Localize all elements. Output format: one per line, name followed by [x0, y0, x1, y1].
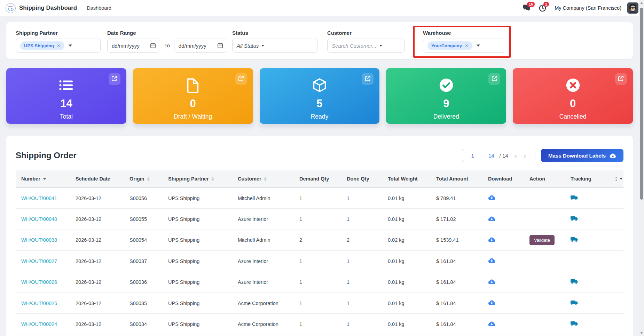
- activities-button[interactable]: 2: [539, 5, 546, 12]
- column-header-demand-qty[interactable]: Demand Qty: [294, 176, 341, 182]
- column-header-shipping-partner[interactable]: Shipping Partner: [163, 176, 232, 182]
- order-link[interactable]: WH/OUT/00041: [21, 195, 57, 201]
- cell-total-amount: $ 161.84: [431, 258, 482, 264]
- cell-download: [482, 321, 524, 328]
- pagination: 1 - 14 / 14 ‹ ›: [462, 149, 535, 162]
- nav-menu-dashboard[interactable]: Dashboard: [87, 5, 111, 11]
- external-link-icon: [491, 75, 498, 83]
- date-to-input[interactable]: dd/mm/yyyy: [174, 39, 227, 53]
- external-link-icon: [618, 75, 624, 83]
- status-select[interactable]: All Status: [232, 39, 317, 53]
- column-header-number[interactable]: Number: [16, 176, 70, 182]
- download-label-icon[interactable]: [488, 195, 495, 200]
- tracking-truck-icon[interactable]: [571, 279, 578, 285]
- order-link[interactable]: WH/OUT/00040: [21, 216, 57, 222]
- order-link[interactable]: WH/OUT/00026: [21, 279, 57, 285]
- page-scrollbar[interactable]: [639, 0, 644, 336]
- cube-icon: [312, 77, 327, 93]
- cell-tracking: [565, 279, 608, 286]
- cell-done-qty: 1: [341, 321, 382, 327]
- download-label-icon[interactable]: [488, 237, 495, 242]
- messages-button[interactable]: 16: [523, 5, 531, 11]
- table-row: WH/OUT/000272026-03-12S00037UPS Shipping…: [16, 251, 623, 272]
- stat-label: Delivered: [433, 113, 459, 120]
- chip-remove-icon[interactable]: ✕: [465, 43, 469, 48]
- table-row: WH/OUT/000242026-03-12S00034UPS Shipping…: [16, 314, 623, 335]
- mass-download-labels-button[interactable]: Mass Download Labels: [541, 149, 623, 162]
- cell-total-amount: $ 161.84: [431, 301, 482, 306]
- tracking-truck-icon[interactable]: [571, 216, 578, 222]
- company-switcher[interactable]: My Company (San Francisco): [555, 5, 621, 11]
- column-header-total-weight[interactable]: Total Weight: [382, 176, 431, 182]
- cell-done-qty: 1: [341, 216, 382, 222]
- column-header-action[interactable]: Action: [524, 176, 565, 182]
- warehouse-chip[interactable]: YourCompany✕: [427, 41, 472, 50]
- stat-card-total[interactable]: 14Total: [6, 68, 126, 124]
- chevron-down-icon: [69, 45, 72, 47]
- open-external-button[interactable]: [488, 73, 500, 85]
- cell-download: [482, 300, 524, 306]
- warehouse-label: Warehouse: [423, 30, 506, 36]
- column-header-origin[interactable]: Origin: [124, 176, 163, 182]
- download-label-icon[interactable]: [488, 279, 495, 285]
- user-avatar[interactable]: [627, 2, 638, 14]
- cell-total-amount: $ 171.02: [431, 216, 482, 222]
- column-header-tracking[interactable]: Tracking: [565, 176, 608, 182]
- filter-date-range: Date Range dd/mm/yyyy To dd/mm/yyyy: [107, 22, 227, 53]
- column-options-button[interactable]: ⋮: [608, 176, 623, 182]
- table-row: WH/OUT/000412026-03-12S00056UPS Shipping…: [16, 188, 623, 209]
- download-label-icon[interactable]: [488, 216, 495, 222]
- scroll-down-icon[interactable]: [640, 332, 643, 334]
- order-link[interactable]: WH/OUT/00024: [21, 321, 57, 327]
- cell-number: WH/OUT/00027: [16, 258, 70, 264]
- chip-remove-icon[interactable]: ✕: [57, 43, 61, 48]
- chevron-down-icon: [620, 178, 622, 180]
- table-row: WH/OUT/000252026-03-12S00035UPS Shipping…: [16, 293, 623, 314]
- open-external-button[interactable]: [235, 73, 247, 85]
- column-header-schedule-date[interactable]: Schedule Date: [70, 176, 124, 182]
- warehouse-select[interactable]: YourCompany✕: [423, 39, 506, 53]
- cell-done-qty: 1: [341, 195, 382, 201]
- open-external-button[interactable]: [615, 73, 627, 85]
- order-link[interactable]: WH/OUT/00025: [21, 301, 57, 306]
- column-header-total-amount[interactable]: Total Amount: [431, 176, 482, 182]
- tracking-truck-icon[interactable]: [571, 300, 578, 306]
- order-link[interactable]: WH/OUT/00038: [21, 237, 57, 243]
- order-link[interactable]: WH/OUT/00027: [21, 258, 57, 264]
- external-link-icon: [111, 75, 118, 83]
- column-header-done-qty[interactable]: Done Qty: [341, 176, 382, 182]
- stat-card-draft-waiting[interactable]: 0Draft / Waiting: [133, 68, 253, 124]
- date-from-input[interactable]: dd/mm/yyyy: [107, 39, 160, 53]
- validate-button[interactable]: Validate: [529, 235, 555, 245]
- cell-origin: S00035: [124, 301, 163, 306]
- check-circle-icon: [439, 77, 454, 93]
- column-header-download[interactable]: Download: [482, 176, 524, 182]
- open-external-button[interactable]: [362, 73, 374, 85]
- shipping-partner-select[interactable]: UPS Shipping✕: [16, 39, 101, 53]
- stat-card-ready[interactable]: 5Ready: [260, 68, 380, 124]
- column-header-customer[interactable]: Customer: [232, 176, 294, 182]
- tracking-truck-icon[interactable]: [571, 237, 578, 242]
- download-label-icon[interactable]: [488, 321, 495, 327]
- tracking-truck-icon[interactable]: [571, 321, 578, 327]
- scroll-up-icon[interactable]: [640, 2, 643, 4]
- cell-shipping-partner: UPS Shipping: [163, 195, 232, 201]
- shipping-partner-chip[interactable]: UPS Shipping✕: [20, 41, 64, 50]
- cell-origin: S00054: [124, 237, 163, 243]
- download-label-icon[interactable]: [488, 258, 495, 263]
- download-label-icon[interactable]: [488, 300, 495, 305]
- next-page-button[interactable]: ›: [524, 152, 526, 159]
- app-logo-icon[interactable]: odoo: [6, 3, 16, 13]
- stat-label: Draft / Waiting: [174, 113, 212, 120]
- customer-search-input[interactable]: Search Customer...: [327, 39, 405, 53]
- prev-page-button[interactable]: ‹: [515, 152, 517, 159]
- cell-total-weight: 0.01 kg: [382, 321, 431, 327]
- external-link-icon: [238, 75, 244, 83]
- scrollbar-thumb[interactable]: [640, 8, 643, 200]
- customer-label: Customer: [327, 30, 405, 36]
- tracking-truck-icon[interactable]: [571, 195, 578, 201]
- stat-card-delivered[interactable]: 9Delivered: [386, 68, 506, 124]
- open-external-button[interactable]: [109, 73, 120, 85]
- stat-card-cancelled[interactable]: 0Cancelled: [513, 68, 633, 124]
- cell-shipping-partner: UPS Shipping: [163, 321, 232, 327]
